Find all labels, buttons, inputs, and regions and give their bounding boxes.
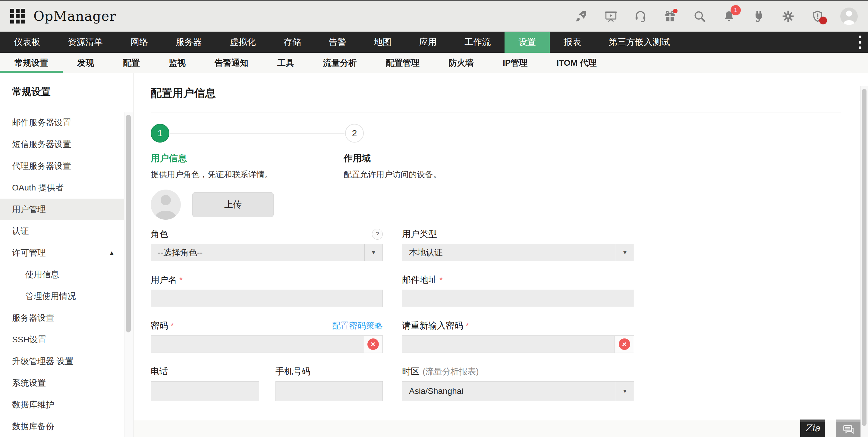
notifications-bell-icon[interactable]: 1 — [722, 9, 736, 23]
app-launcher-and-logo[interactable]: OpManager — [10, 8, 116, 24]
field-username: 用户名 * — [151, 275, 383, 307]
step-1-label: 用户信息 — [151, 152, 187, 164]
settings-gear-icon[interactable] — [781, 9, 795, 23]
subtab-general-settings[interactable]: 常规设置 — [0, 53, 63, 73]
sidebar-item-license-management[interactable]: 许可管理 ▲ — [0, 242, 133, 264]
tab-apps[interactable]: 应用 — [405, 32, 451, 53]
tab-network[interactable]: 网络 — [117, 32, 162, 53]
sidebar-item-mail-server[interactable]: 邮件服务器设置 — [0, 112, 133, 133]
tab-servers[interactable]: 服务器 — [162, 32, 216, 53]
nav-overflow-menu-icon[interactable] — [852, 32, 868, 53]
error-cross-icon: × — [619, 339, 630, 350]
avatar-upload-row: 上传 — [151, 190, 841, 220]
sidebar-item-oauth-provider[interactable]: OAuth 提供者 — [0, 177, 133, 198]
tab-inventory[interactable]: 资源清单 — [54, 32, 117, 53]
timezone-label: 时区 — [402, 366, 420, 378]
chevron-down-icon[interactable]: ▼ — [364, 244, 382, 261]
subtab-tools[interactable]: 工具 — [263, 53, 309, 73]
timezone-label-note: (流量分析报表) — [423, 366, 479, 377]
sidebar-scrollbar-track[interactable] — [124, 113, 133, 437]
tab-reports[interactable]: 报表 — [550, 32, 595, 53]
subtab-config-mgmt[interactable]: 配置管理 — [371, 53, 434, 73]
tab-storage[interactable]: 存储 — [270, 32, 315, 53]
phone-mobile-row: 电话 手机号码 — [151, 366, 383, 401]
tab-thirdparty-embed[interactable]: 第三方嵌入测试 — [595, 32, 684, 53]
whats-new-gift-icon[interactable] — [663, 9, 677, 23]
feedback-chat-button[interactable] — [836, 419, 861, 437]
field-timezone: 时区 (流量分析报表) Asia/Shanghai ▼ — [402, 366, 634, 401]
confirm-password-input[interactable]: × — [402, 336, 634, 353]
chevron-down-icon[interactable]: ▼ — [616, 381, 634, 401]
plug-integrations-icon[interactable] — [752, 9, 766, 23]
timezone-dropdown[interactable]: Asia/Shanghai ▼ — [402, 381, 634, 401]
role-dropdown[interactable]: --选择角色-- ▼ — [151, 244, 383, 261]
page-title: 配置用户信息 — [151, 86, 841, 101]
field-user-type: 用户类型 本地认证 ▼ — [402, 229, 634, 261]
wizard-stepper: 1 2 用户信息 作用域 提供用户角色，凭证和联系详情。 配置允许用户访问的设备… — [151, 124, 841, 183]
step-1-circle[interactable]: 1 — [151, 124, 169, 143]
subtab-netflow[interactable]: 流量分析 — [309, 53, 371, 73]
email-label: 邮件地址 — [402, 274, 437, 286]
field-confirm-password: 请重新输入密码 * × — [402, 320, 634, 353]
subtab-notification[interactable]: 告警通知 — [200, 53, 263, 73]
sidebar-item-user-management[interactable]: 用户管理 — [0, 198, 133, 220]
username-input[interactable] — [151, 290, 383, 307]
field-password: 密码 * 配置密码策略 × — [151, 320, 383, 353]
password-policy-link[interactable]: 配置密码策略 — [332, 320, 383, 332]
subtab-ip-mgmt[interactable]: IP管理 — [488, 53, 542, 73]
user-type-dropdown[interactable]: 本地认证 ▼ — [402, 244, 634, 261]
gift-red-dot — [673, 9, 678, 13]
step-connector-line — [170, 133, 344, 133]
page-scrollbar[interactable] — [861, 73, 868, 437]
sidebar-item-sms-server[interactable]: 短信服务器设置 — [0, 133, 133, 155]
tab-maps[interactable]: 地图 — [360, 32, 405, 53]
title-divider — [151, 112, 841, 113]
search-icon[interactable] — [692, 9, 707, 23]
sidebar-item-upgrade-manager[interactable]: 升级管理器 设置 — [0, 350, 133, 372]
security-shield-icon[interactable] — [811, 9, 825, 23]
zia-assistant-button[interactable]: Zia — [800, 419, 825, 437]
sidebar-item-usage-info[interactable]: 使用信息 — [0, 264, 133, 285]
mobile-input[interactable] — [276, 381, 383, 401]
headset-support-icon[interactable] — [633, 9, 647, 23]
tab-workflow[interactable]: 工作流 — [451, 32, 504, 53]
sidebar-item-manage-usage[interactable]: 管理使用情况 — [0, 285, 133, 307]
sidebar-item-db-backup[interactable]: 数据库备份 — [0, 415, 133, 437]
subtab-firewall[interactable]: 防火墙 — [434, 53, 488, 73]
apps-grid-icon[interactable] — [10, 9, 25, 24]
sidebar-item-db-maintenance[interactable]: 数据库维护 — [0, 394, 133, 415]
subtab-discovery[interactable]: 发现 — [63, 53, 108, 73]
sidebar-item-ssh-settings[interactable]: SSH设置 — [0, 329, 133, 350]
phone-input[interactable] — [151, 381, 259, 401]
email-input[interactable] — [402, 290, 634, 307]
sidebar-item-system-settings[interactable]: 系统设置 — [0, 372, 133, 394]
rocket-icon[interactable] — [575, 9, 588, 23]
sidebar-item-proxy-server[interactable]: 代理服务器设置 — [0, 155, 133, 177]
page-scrollbar-thumb[interactable] — [862, 89, 867, 426]
tab-dashboard[interactable]: 仪表板 — [0, 32, 54, 53]
help-icon[interactable]: ? — [372, 229, 383, 240]
tab-virtualization[interactable]: 虚拟化 — [216, 32, 270, 53]
tab-settings[interactable]: 设置 — [504, 32, 550, 53]
collapse-arrow-icon[interactable]: ▲ — [109, 250, 115, 256]
user-avatar[interactable] — [840, 7, 858, 25]
confirm-password-label: 请重新输入密码 — [402, 320, 463, 332]
chevron-down-icon[interactable]: ▼ — [616, 244, 634, 261]
sidebar-scrollbar-thumb[interactable] — [126, 115, 131, 333]
header-icon-row: 1 — [575, 7, 858, 25]
sidebar-item-server-settings[interactable]: 服务器设置 — [0, 307, 133, 329]
sidebar-heading: 常规设置 — [12, 85, 133, 98]
timezone-dropdown-value: Asia/Shanghai — [409, 386, 464, 396]
upload-button[interactable]: 上传 — [192, 192, 274, 217]
sidebar-item-authentication[interactable]: 认证 — [0, 220, 133, 242]
chat-bubbles-icon — [842, 424, 855, 436]
subtab-itom-agent[interactable]: ITOM 代理 — [542, 53, 611, 73]
app-logo-text: OpManager — [33, 8, 116, 24]
tab-alarms[interactable]: 告警 — [315, 32, 360, 53]
subtab-monitoring[interactable]: 监视 — [154, 53, 200, 73]
step-2-circle[interactable]: 2 — [345, 124, 364, 143]
zia-logo: Zia — [800, 423, 825, 433]
subtab-configuration[interactable]: 配置 — [108, 53, 154, 73]
demo-presentation-icon[interactable] — [604, 9, 618, 23]
password-input[interactable]: × — [151, 336, 383, 353]
